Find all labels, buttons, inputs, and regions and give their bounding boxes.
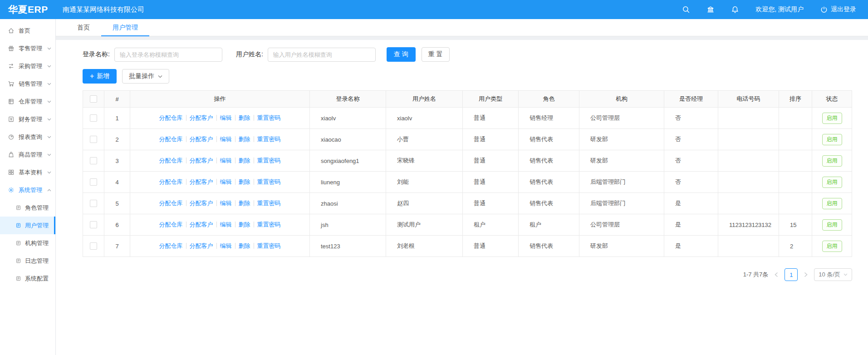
op-assign-customer-link[interactable]: 分配客户 xyxy=(190,242,213,249)
batch-button-label: 批量操作 xyxy=(129,72,154,80)
select-all-checkbox[interactable] xyxy=(90,95,97,103)
sidebar-subitem-config[interactable]: 系统配置 xyxy=(0,270,55,287)
op-assign-warehouse-link[interactable]: 分配仓库 xyxy=(159,136,183,143)
sidebar-item-sale[interactable]: 销售管理 xyxy=(0,75,55,93)
sidebar-item-basic[interactable]: 基本资料 xyxy=(0,163,55,181)
add-button[interactable]: + 新增 xyxy=(83,69,117,84)
page-size-select[interactable]: 10 条/页 xyxy=(814,268,852,281)
op-delete-link[interactable]: 删除 xyxy=(239,242,250,249)
bank-icon[interactable] xyxy=(706,5,715,14)
sidebar-subitem-log[interactable]: 日志管理 xyxy=(0,252,55,270)
row-checkbox[interactable] xyxy=(90,114,97,122)
table-row: 7分配仓库分配客户编辑删除重置密码test123刘老根普通销售代表研发部是2启用 xyxy=(83,236,852,257)
cell-sort: 2 xyxy=(779,236,812,257)
op-assign-customer-link[interactable]: 分配客户 xyxy=(190,221,213,228)
op-assign-warehouse-link[interactable]: 分配仓库 xyxy=(159,242,183,249)
row-select-cell xyxy=(83,214,104,236)
op-edit-link[interactable]: 编辑 xyxy=(220,114,232,121)
status-badge: 启用 xyxy=(822,177,842,188)
row-checkbox[interactable] xyxy=(90,242,97,250)
op-delete-link[interactable]: 删除 xyxy=(239,136,250,143)
op-assign-warehouse-link[interactable]: 分配仓库 xyxy=(159,114,183,121)
op-reset-password-link[interactable]: 重置密码 xyxy=(257,136,281,143)
add-button-label: 新增 xyxy=(97,72,109,80)
chevron-down-icon xyxy=(47,100,51,103)
op-assign-warehouse-link[interactable]: 分配仓库 xyxy=(159,178,183,185)
op-reset-password-link[interactable]: 重置密码 xyxy=(257,157,281,164)
row-checkbox[interactable] xyxy=(90,157,97,164)
op-reset-password-link[interactable]: 重置密码 xyxy=(257,200,281,207)
op-reset-password-link[interactable]: 重置密码 xyxy=(257,114,281,121)
search-icon[interactable] xyxy=(682,5,690,14)
op-divider xyxy=(235,200,235,206)
sidebar-item-finance[interactable]: 财务管理 xyxy=(0,110,55,128)
login-name-input[interactable] xyxy=(114,48,222,62)
op-assign-customer-link[interactable]: 分配客户 xyxy=(190,200,213,207)
sidebar-item-system[interactable]: 系统管理 xyxy=(0,181,55,199)
op-delete-link[interactable]: 删除 xyxy=(239,157,250,164)
op-delete-link[interactable]: 删除 xyxy=(239,200,250,207)
sidebar-item-purchase[interactable]: 采购管理 xyxy=(0,57,55,75)
sidebar-subitem-role[interactable]: 角色管理 xyxy=(0,199,55,217)
op-edit-link[interactable]: 编辑 xyxy=(220,178,232,185)
op-edit-link[interactable]: 编辑 xyxy=(220,136,232,143)
bell-icon[interactable] xyxy=(731,5,739,14)
cell-login-name: test123 xyxy=(310,236,386,257)
logout-button[interactable]: 退出登录 xyxy=(820,5,856,14)
sidebar-subitem-user[interactable]: 用户管理 xyxy=(0,217,55,234)
welcome-text: 欢迎您, 测试用户 xyxy=(755,5,804,14)
sidebar-item-goods[interactable]: 商品管理 xyxy=(0,146,55,163)
tab-home[interactable]: 首页 xyxy=(66,19,101,36)
batch-operation-button[interactable]: 批量操作 xyxy=(122,69,169,84)
cell-user-type: 普通 xyxy=(463,193,519,214)
row-checkbox[interactable] xyxy=(90,136,97,143)
op-delete-link[interactable]: 删除 xyxy=(239,178,250,185)
pagination: 1-7 共7条 1 10 条/页 xyxy=(83,268,852,281)
op-assign-customer-link[interactable]: 分配客户 xyxy=(190,178,213,185)
op-delete-link[interactable]: 删除 xyxy=(239,114,250,121)
op-assign-warehouse-link[interactable]: 分配仓库 xyxy=(159,157,183,164)
chevron-up-icon xyxy=(47,189,51,192)
op-reset-password-link[interactable]: 重置密码 xyxy=(257,178,281,185)
op-assign-customer-link[interactable]: 分配客户 xyxy=(190,136,213,143)
table-row: 5分配仓库分配客户编辑删除重置密码zhaosi赵四普通销售代表后端管理部门是启用 xyxy=(83,193,852,214)
tab-bar: 首页 用户管理 xyxy=(56,19,868,36)
op-assign-warehouse-link[interactable]: 分配仓库 xyxy=(159,221,183,228)
sidebar-subitem-label: 系统配置 xyxy=(25,275,49,283)
sidebar-subitem-org[interactable]: 机构管理 xyxy=(0,234,55,252)
op-edit-link[interactable]: 编辑 xyxy=(220,221,232,228)
tab-user-management[interactable]: 用户管理 xyxy=(101,19,149,36)
sidebar-item-report[interactable]: 报表查询 xyxy=(0,128,55,146)
sidebar-item-home[interactable]: 首页 xyxy=(0,22,55,39)
op-edit-link[interactable]: 编辑 xyxy=(220,157,232,164)
row-checkbox[interactable] xyxy=(90,178,97,186)
user-name-input[interactable] xyxy=(268,48,376,62)
chevron-down-icon xyxy=(843,273,848,276)
op-edit-link[interactable]: 编辑 xyxy=(220,200,232,207)
op-reset-password-link[interactable]: 重置密码 xyxy=(257,221,281,228)
table-row: 3分配仓库分配客户编辑删除重置密码songxiaofeng1宋晓锋普通销售代表研… xyxy=(83,150,852,172)
retail-icon xyxy=(8,45,15,52)
reset-button[interactable]: 重 置 xyxy=(422,47,450,62)
op-delete-link[interactable]: 删除 xyxy=(239,221,250,228)
row-checkbox[interactable] xyxy=(90,221,97,228)
sidebar-item-label: 仓库管理 xyxy=(19,98,42,106)
sidebar-item-retail[interactable]: 零售管理 xyxy=(0,39,55,57)
purchase-icon xyxy=(8,63,15,69)
sidebar-item-warehouse[interactable]: 仓库管理 xyxy=(0,93,55,110)
warehouse-icon xyxy=(8,98,15,105)
op-reset-password-link[interactable]: 重置密码 xyxy=(257,242,281,249)
page-number[interactable]: 1 xyxy=(785,268,798,281)
op-assign-customer-link[interactable]: 分配客户 xyxy=(190,157,213,164)
row-checkbox[interactable] xyxy=(90,200,97,207)
doc-icon xyxy=(15,258,21,264)
next-page-icon[interactable] xyxy=(804,272,808,277)
status-badge: 启用 xyxy=(822,155,842,167)
op-edit-link[interactable]: 编辑 xyxy=(220,242,232,249)
query-button[interactable]: 查 询 xyxy=(387,47,416,62)
op-divider xyxy=(186,115,186,121)
op-assign-warehouse-link[interactable]: 分配仓库 xyxy=(159,200,183,207)
prev-page-icon[interactable] xyxy=(774,272,779,277)
row-select-cell xyxy=(83,129,104,150)
op-assign-customer-link[interactable]: 分配客户 xyxy=(190,114,213,121)
